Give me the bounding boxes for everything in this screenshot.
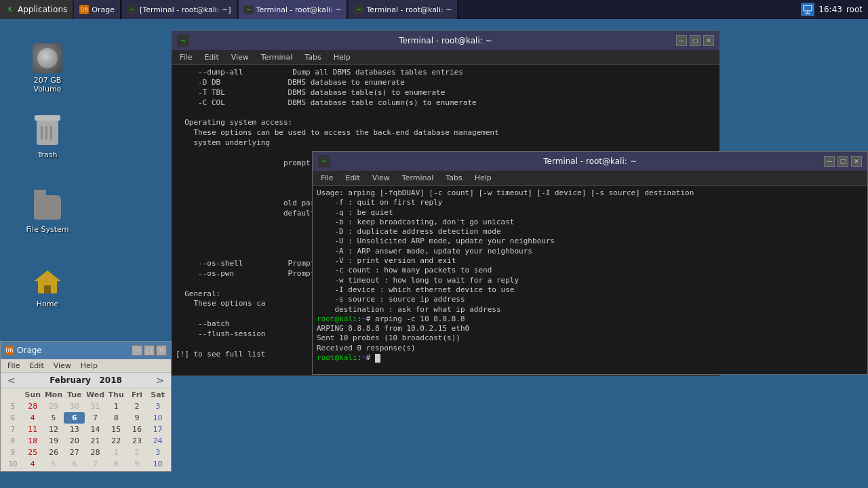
cal-day[interactable]: 25 <box>22 447 43 458</box>
terminal-back-title: Terminal - root@kali: ~ <box>399 36 492 45</box>
cal-day[interactable]: 19 <box>43 435 64 447</box>
terminal-window-front: ~ Terminal - root@kali: ~ — □ ✕ File Edi… <box>312 151 868 375</box>
cal-day[interactable]: 11 <box>22 424 43 435</box>
cal-day[interactable]: 16 <box>127 424 148 435</box>
cal-day[interactable]: 10 <box>147 412 168 424</box>
orage-menu-file[interactable]: File <box>3 360 24 371</box>
cal-day[interactable]: 24 <box>147 435 168 447</box>
menu-file-front[interactable]: File <box>315 172 338 184</box>
terminal-front-maximize[interactable]: □ <box>837 156 848 167</box>
wed-header: Wed <box>85 390 106 400</box>
cal-day[interactable]: 6 <box>64 458 85 470</box>
taskbar: K Applications 06 Orage ~ [Terminal - ro… <box>0 0 868 19</box>
cal-day[interactable]: 29 <box>43 401 64 412</box>
menu-terminal-back[interactable]: Terminal <box>256 52 298 63</box>
cal-day[interactable]: 7 <box>85 458 106 470</box>
desktop-icon-trash[interactable]: Trash <box>20 114 75 162</box>
menu-tabs-front[interactable]: Tabs <box>440 172 467 184</box>
menu-help-back[interactable]: Help <box>328 52 356 63</box>
terminal-back-maximize[interactable]: □ <box>690 35 701 46</box>
cal-day[interactable]: 23 <box>127 435 148 447</box>
cal-day[interactable]: 9 <box>127 458 148 470</box>
taskbar-term3[interactable]: ~ Terminal - root@kali: ~ <box>349 0 458 19</box>
cal-day[interactable]: 12 <box>43 424 64 435</box>
orage-close[interactable]: ✕ <box>156 345 167 356</box>
cal-day[interactable]: 10 <box>147 458 168 470</box>
terminal-back-titlebar[interactable]: ~ Terminal - root@kali: ~ — □ ✕ <box>172 31 719 50</box>
orage-month-year: February 2018 <box>50 375 122 385</box>
applications-menu[interactable]: K Applications <box>0 0 73 19</box>
terminal-back-close[interactable]: ✕ <box>703 35 714 46</box>
cal-day[interactable]: 2 <box>127 447 148 458</box>
orage-menu-edit[interactable]: Edit <box>25 360 47 371</box>
menu-view-back[interactable]: View <box>226 52 254 63</box>
terminal-front-content: Usage: arping [-fqbDUAV] [-c count] [-w … <box>313 186 867 374</box>
cal-day[interactable]: 26 <box>43 447 64 458</box>
orage-next-month[interactable]: > <box>153 375 167 386</box>
menu-tabs-back[interactable]: Tabs <box>299 52 326 63</box>
desktop-icon-home[interactable]: Home <box>20 263 75 311</box>
menu-view-front[interactable]: View <box>367 172 395 184</box>
taskbar-orage[interactable]: 06 Orage <box>74 0 121 19</box>
cal-day[interactable]: 1 <box>106 401 127 412</box>
terminal-front-close[interactable]: ✕ <box>851 156 862 167</box>
network-icon[interactable] <box>801 3 814 16</box>
taskbar-term2[interactable]: ~ Terminal - root@kali: ~ <box>239 0 348 19</box>
orage-minimize[interactable]: — <box>132 345 142 356</box>
taskbar-term1[interactable]: ~ [Terminal - root@kali: ~] <box>122 0 237 19</box>
kali-icon: K <box>5 5 15 14</box>
cal-day[interactable]: 28 <box>22 401 43 412</box>
orage-maximize[interactable]: □ <box>144 345 155 356</box>
cal-week-row-5: 5 28 29 30 31 1 2 3 <box>3 401 168 412</box>
home-label: Home <box>37 300 58 308</box>
menu-file-back[interactable]: File <box>174 52 197 63</box>
cal-day[interactable]: 5 <box>43 412 64 424</box>
orage-titlebar[interactable]: 06 Orage — □ ✕ <box>1 342 171 359</box>
cal-day-today[interactable]: 6 <box>64 412 85 424</box>
terminal-front-minimize[interactable]: — <box>824 156 835 167</box>
cal-day[interactable]: 17 <box>147 424 168 435</box>
term2-taskbar-label: Terminal - root@kali: ~ <box>256 5 342 14</box>
cal-day[interactable]: 28 <box>85 447 106 458</box>
cal-day[interactable]: 20 <box>64 435 85 447</box>
cal-day[interactable]: 4 <box>22 458 43 470</box>
terminal-front-titlebar[interactable]: ~ Terminal - root@kali: ~ — □ ✕ <box>313 152 867 171</box>
cal-day[interactable]: 9 <box>127 412 148 424</box>
orage-calendar-icon: 06 <box>5 346 14 355</box>
cal-day[interactable]: 3 <box>147 401 168 412</box>
cal-day[interactable]: 14 <box>85 424 106 435</box>
menu-edit-front[interactable]: Edit <box>340 172 365 184</box>
filesystem-icon <box>33 192 62 222</box>
cal-week-row-8: 8 18 19 20 21 22 23 24 <box>3 435 168 447</box>
orage-menu-view[interactable]: View <box>50 360 75 371</box>
cal-day[interactable]: 18 <box>22 435 43 447</box>
cal-day[interactable]: 30 <box>64 401 85 412</box>
desktop-icon-volume[interactable]: 207 GBVolume <box>20 39 75 96</box>
cal-day[interactable]: 27 <box>64 447 85 458</box>
cal-day[interactable]: 1 <box>106 447 127 458</box>
cal-day[interactable]: 5 <box>43 458 64 470</box>
trash-label: Trash <box>37 150 57 159</box>
cal-day[interactable]: 22 <box>106 435 127 447</box>
cal-day[interactable]: 13 <box>64 424 85 435</box>
desktop-icon-filesystem[interactable]: File System <box>20 188 75 237</box>
cal-day[interactable]: 2 <box>127 401 148 412</box>
orage-prev-month[interactable]: < <box>5 375 18 386</box>
orage-menu-help[interactable]: Help <box>77 360 102 371</box>
cal-day[interactable]: 4 <box>22 412 43 424</box>
terminal-back-window-icon: ~ <box>177 35 189 47</box>
hdd-drive-icon <box>33 43 62 73</box>
menu-edit-back[interactable]: Edit <box>199 52 224 63</box>
menu-help-front[interactable]: Help <box>469 172 497 184</box>
terminal-back-minimize[interactable]: — <box>676 35 687 46</box>
cal-day[interactable]: 8 <box>106 412 127 424</box>
cal-day[interactable]: 31 <box>85 401 106 412</box>
menu-terminal-front[interactable]: Terminal <box>397 172 439 184</box>
cal-day[interactable]: 7 <box>85 412 106 424</box>
cal-day[interactable]: 8 <box>106 458 127 470</box>
cal-day[interactable]: 21 <box>85 435 106 447</box>
cal-day[interactable]: 3 <box>147 447 168 458</box>
cal-day[interactable]: 15 <box>106 424 127 435</box>
filesystem-label: File System <box>26 225 69 234</box>
week-num-6: 6 <box>3 413 22 423</box>
